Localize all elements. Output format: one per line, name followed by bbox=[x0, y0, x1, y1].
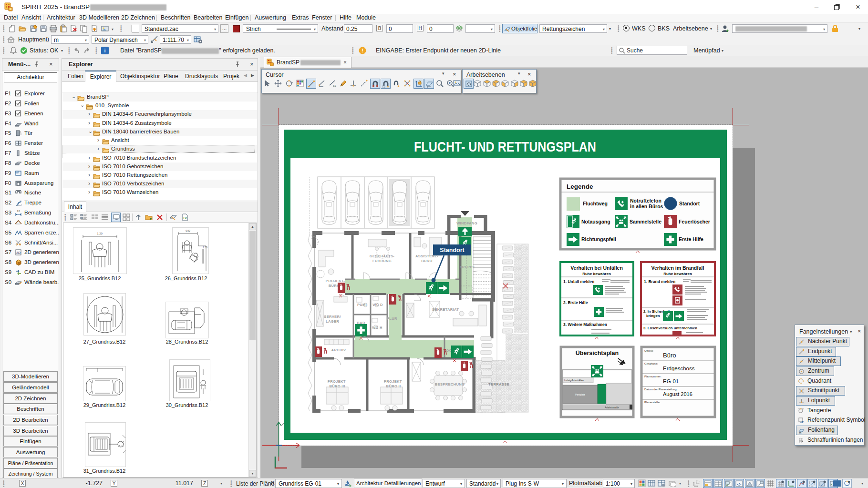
svg-text:Standort: Standort bbox=[440, 247, 465, 254]
svg-text:Geschoss:: Geschoss: bbox=[644, 362, 658, 365]
svg-text:in allen Büros: in allen Büros bbox=[630, 203, 663, 209]
svg-text:Legende: Legende bbox=[567, 183, 593, 190]
svg-text:EG-01: EG-01 bbox=[663, 378, 679, 384]
svg-text:Ludwig-Erhard-Allee: Ludwig-Erhard-Allee bbox=[564, 379, 584, 382]
svg-text:TREPPE: TREPPE bbox=[460, 265, 475, 269]
svg-text:!: ! bbox=[362, 48, 363, 53]
svg-text:ss: ss bbox=[333, 84, 337, 87]
svg-text:BÜRO II: BÜRO II bbox=[386, 384, 401, 388]
svg-text:WINDFANG: WINDFANG bbox=[456, 221, 477, 225]
svg-text:bringen: bringen bbox=[646, 314, 660, 318]
svg-text:PROJEKT-: PROJEKT- bbox=[326, 279, 345, 283]
svg-text:1.20: 1.20 bbox=[97, 232, 103, 235]
svg-text:i: i bbox=[104, 48, 105, 53]
svg-text:LAGER: LAGER bbox=[326, 319, 339, 324]
svg-text:zn: zn bbox=[799, 431, 802, 434]
svg-text:1.50: 1.50 bbox=[203, 246, 207, 249]
svg-text:Planersteller:: Planersteller: bbox=[644, 401, 661, 404]
svg-text:PUMI: PUMI bbox=[357, 303, 367, 307]
svg-text:Sammelstelle: Sammelstelle bbox=[630, 219, 661, 224]
svg-text:SEKRETARIAT: SEKRETARIAT bbox=[432, 307, 459, 312]
svg-text:3. Weitere Maßnahmen: 3. Weitere Maßnahmen bbox=[563, 322, 607, 327]
svg-text:August 2016: August 2016 bbox=[663, 391, 692, 397]
svg-text:TERRASSE: TERRASSE bbox=[488, 382, 509, 386]
svg-text:Erste Hilfe: Erste Hilfe bbox=[679, 236, 703, 242]
svg-text:PROJEKT-: PROJEKT- bbox=[384, 379, 403, 384]
svg-text:FÜHRUNG: FÜHRUNG bbox=[372, 259, 392, 263]
svg-text:Richtungspfeil: Richtungspfeil bbox=[581, 236, 616, 242]
svg-text:Erdgeschoss: Erdgeschoss bbox=[663, 366, 695, 371]
svg-text:WC H: WC H bbox=[372, 325, 382, 330]
svg-text:Standort: Standort bbox=[679, 201, 700, 206]
svg-text:Verhalten bei Unfällen: Verhalten bei Unfällen bbox=[570, 265, 623, 271]
svg-text:Notausgang: Notausgang bbox=[581, 219, 610, 224]
svg-text:Ruhe bewahren: Ruhe bewahren bbox=[663, 272, 692, 276]
svg-text:1. Brand melden: 1. Brand melden bbox=[644, 279, 675, 284]
svg-text:Fluchtweg: Fluchtweg bbox=[583, 201, 608, 206]
svg-text:Notruftelefon: Notruftelefon bbox=[630, 198, 661, 203]
svg-text:0.90: 0.90 bbox=[186, 229, 190, 232]
svg-text:GESCHÄFTS-: GESCHÄFTS- bbox=[370, 254, 395, 258]
svg-text:3. Löschversuch unternehmen: 3. Löschversuch unternehmen bbox=[643, 326, 697, 330]
svg-text:Verhalten im Brandfall: Verhalten im Brandfall bbox=[651, 265, 704, 271]
svg-text:Feuerlöscher: Feuerlöscher bbox=[679, 219, 710, 224]
svg-text:Ruhe bewahren: Ruhe bewahren bbox=[582, 272, 611, 276]
svg-text:FLUR: FLUR bbox=[387, 316, 397, 321]
svg-text:Parkplatz: Parkplatz bbox=[575, 393, 585, 396]
svg-text:Datum der Planerstellung:: Datum der Planerstellung: bbox=[644, 388, 678, 391]
svg-text:WC D: WC D bbox=[372, 303, 383, 307]
svg-text:Objekt:: Objekt: bbox=[644, 349, 653, 352]
svg-text:2D: 2D bbox=[16, 251, 21, 254]
svg-text:Anfahrtsstraße: Anfahrtsstraße bbox=[605, 407, 619, 409]
svg-text:1. Unfall melden: 1. Unfall melden bbox=[563, 279, 594, 284]
svg-text:12: 12 bbox=[17, 210, 20, 213]
svg-text:BÜRO: BÜRO bbox=[421, 259, 433, 263]
svg-text:ARCHIV: ARCHIV bbox=[331, 348, 347, 352]
svg-text:Übersichtsplan: Übersichtsplan bbox=[576, 349, 619, 356]
svg-text:Büro: Büro bbox=[663, 352, 676, 359]
svg-text:PROJEKT-: PROJEKT- bbox=[328, 379, 347, 384]
svg-text:SERVER/: SERVER/ bbox=[324, 315, 341, 319]
svg-text:BESPRECHUNG: BESPRECHUNG bbox=[435, 382, 465, 386]
svg-text:Plannummer:: Plannummer: bbox=[644, 375, 661, 378]
svg-text:FLUCHT- UND RETTUNGSPLAN: FLUCHT- UND RETTUNGSPLAN bbox=[414, 139, 596, 154]
svg-text:LV: LV bbox=[183, 217, 186, 220]
svg-text:BÜRO III: BÜRO III bbox=[329, 384, 345, 388]
svg-text:2. Erste Hilfe: 2. Erste Hilfe bbox=[563, 300, 588, 305]
